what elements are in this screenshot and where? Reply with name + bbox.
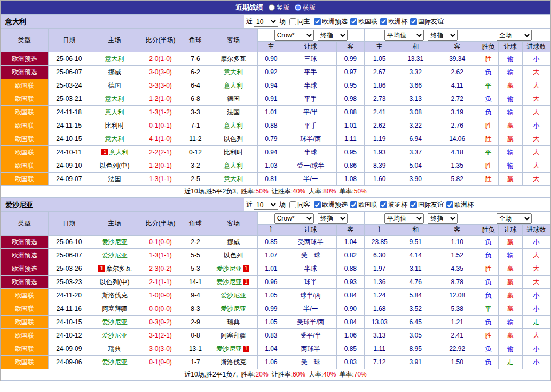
competition-checkbox[interactable] [446,201,453,208]
match-date: 25-03-21 [48,92,90,106]
vertical-layout-radio[interactable] [269,4,275,11]
final-odds-select[interactable]: 终指 [318,213,348,224]
red-card-badge: 1 [243,265,249,272]
home-team-name: 法国 [108,175,121,183]
col-handicap-home: 主 [258,225,285,236]
horizontal-layout-option[interactable]: 横版 [295,3,316,12]
col-result: 胜负 [478,225,498,236]
corner-cell: 5-5 [182,249,209,262]
matches-table: 类型 日期 主场 比分(半场) 角球 客场 Crow* 终指 平均值 终指 [1,211,550,381]
avg-away-odds: 1.52 [436,249,478,262]
home-team-name: 阿塞拜疆 [101,305,127,312]
competition-checkbox[interactable] [314,201,321,208]
home-team: 德国 [90,79,139,92]
result-goals: 大 [522,92,550,106]
same-venue-filter[interactable]: 同主 [287,17,310,26]
col-date: 日期 [48,212,90,236]
same-venue-checkbox[interactable] [289,201,296,208]
vertical-layout-option[interactable]: 竖版 [269,3,289,12]
home-team-name: 斯洛伐克 [101,292,127,299]
final-odds-select[interactable]: 终指 [318,30,348,41]
competition-filter[interactable]: 欧洲杯 [444,200,474,209]
final-odds-select-2[interactable]: 终指 [428,213,458,224]
home-team-name: 爱沙尼亚 [101,252,127,259]
match-row: 欧洲预选25-03-23以色列(中)2-1(1-1)14-1爱沙尼亚10.96球… [1,276,550,289]
competition-checkbox[interactable] [314,18,321,25]
away-team-name: 意大利 [224,82,243,89]
result-outcome: 胜 [478,52,498,66]
col-avg-away: 客 [436,225,478,236]
horizontal-layout-radio[interactable] [295,4,301,11]
fulltime-select[interactable]: 全场 [497,213,532,224]
result-outcome: 负 [478,106,498,119]
away-team: 法国 [209,106,258,119]
competition-filter[interactable]: 欧国联 [348,200,377,209]
average-select[interactable]: 平均值 [384,30,424,41]
match-date: 24-09-06 [48,356,90,369]
handicap-line: 受球半/两 [285,316,337,329]
score-cell: 2-0(1-0) [139,52,182,66]
bookmaker-select[interactable]: Crow* [274,213,314,224]
summary-stat-label: 单率: [339,187,353,195]
same-venue-checkbox[interactable] [289,18,296,25]
competition-filter[interactable]: 欧洲杯 [377,17,407,26]
match-row: 欧国联25-03-21意大利1-2(1-0)6-8德国0.91平手0.982.7… [1,92,550,106]
home-team: 爱沙尼亚 [90,249,139,262]
average-select[interactable]: 平均值 [384,213,424,224]
avg-draw-odds: 3.11 [395,262,436,276]
same-venue-filter[interactable]: 同客 [287,200,310,209]
competition-checkbox[interactable] [350,18,357,25]
col-type: 类型 [1,212,49,236]
team-section-estonia: 爱沙尼亚 近 10 场 同客 欧洲预选欧国联波罗杯国际友谊欧洲杯 [1,198,550,381]
summary-prefix: 近10场,胜2平1负7, [184,371,238,378]
final-odds-select-2[interactable]: 终指 [428,30,458,41]
home-team-name: 意大利 [105,95,124,103]
competition-filter[interactable]: 国际友谊 [407,17,444,26]
home-team: 比利时 [90,119,139,132]
result-outcome: 胜 [478,173,498,186]
competition-filter[interactable]: 国际友谊 [407,200,444,209]
avg-draw-odds: 9.51 [395,236,436,249]
handicap-line: 平手 [285,92,337,106]
away-team: 爱沙尼亚1 [209,276,258,289]
away-team-name: 阿塞拜疆 [221,332,246,339]
away-team: 瑞典 [209,316,258,329]
competition-checkbox[interactable] [350,201,357,208]
competition-label: 欧国联 [358,17,377,26]
competition-checkbox[interactable] [410,201,417,208]
away-team: 阿塞拜疆 [209,329,258,342]
score-cell: 0-1(0-0) [139,236,182,249]
result-outcome: 负 [478,356,498,369]
competition-filter[interactable]: 欧洲预选 [311,200,348,209]
competition-checkbox[interactable] [380,201,387,208]
away-team: 意大利 [209,79,258,92]
summary-row: 近10场,胜2平1负7,胜率:20%让胜率:60%大率:40%单率:70% [1,369,550,381]
summary-stat-label: 胜率: [241,187,255,195]
col-result: 胜负 [478,42,498,52]
avg-home-odds: 1.68 [364,302,395,316]
handicap-home-odds: 1.04 [258,342,285,356]
avg-home-odds: 7.12 [364,356,395,369]
handicap-line: 受两球半 [285,236,337,249]
handicap-away-odds: 0.86 [337,159,364,173]
match-count-select[interactable]: 10 [254,17,278,27]
score-cell: 1-0(0-0) [139,289,182,302]
competition-checkbox[interactable] [410,18,417,25]
competition-filter[interactable]: 欧洲预选 [311,17,348,26]
corner-cell: 14-1 [182,276,209,289]
match-count-select[interactable]: 10 [254,200,278,210]
fulltime-select[interactable]: 全场 [497,30,532,41]
avg-away-odds: 1.50 [436,356,478,369]
competition-checkbox[interactable] [380,18,387,25]
competition-filter[interactable]: 波罗杯 [377,200,407,209]
result-goals: 大 [522,106,550,119]
away-team-name: 斯洛伐克 [221,358,246,366]
avg-home-odds: 1.05 [364,52,395,66]
competition-filter[interactable]: 欧国联 [348,17,377,26]
handicap-line: 球半 [285,276,337,289]
competition-cell: 欧国联 [1,119,49,132]
red-card-badge: 1 [98,265,105,272]
match-row: 欧洲预选25-06-07爱沙尼亚1-3(1-1)5-5以色列1.07受一球0.8… [1,249,550,262]
handicap-home-odds: 0.96 [258,276,285,289]
bookmaker-select[interactable]: Crow* [274,30,314,41]
